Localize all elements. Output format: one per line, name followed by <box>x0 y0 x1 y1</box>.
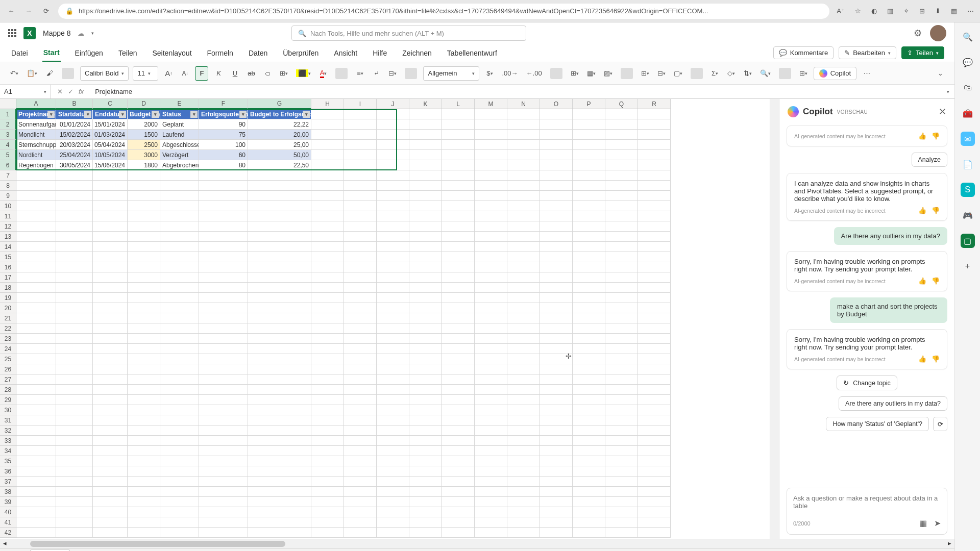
cell[interactable] <box>442 283 475 293</box>
cell[interactable] <box>160 477 199 487</box>
cell[interactable] <box>311 374 344 385</box>
cell[interactable] <box>93 517 128 528</box>
cell[interactable] <box>638 364 671 374</box>
cell[interactable] <box>344 160 377 170</box>
cell[interactable] <box>377 150 409 160</box>
cell[interactable] <box>605 425 638 436</box>
cell[interactable] <box>56 374 93 385</box>
cell[interactable] <box>377 262 409 272</box>
row-header[interactable]: 15 <box>0 252 16 262</box>
cell[interactable] <box>638 425 671 436</box>
cell[interactable] <box>16 497 56 507</box>
cell[interactable] <box>442 272 475 283</box>
cell[interactable]: Abgebrochen <box>160 160 199 170</box>
cell[interactable] <box>311 262 344 272</box>
tab-ueberpruefen[interactable]: Überprüfen <box>282 45 320 61</box>
cell[interactable] <box>507 344 540 354</box>
thumbs-down-icon[interactable]: 👎 <box>932 132 940 140</box>
reading-mode-icon[interactable]: A⁺ <box>837 7 845 15</box>
cell[interactable] <box>605 262 638 272</box>
cell[interactable] <box>475 170 507 181</box>
cell[interactable] <box>377 456 409 466</box>
cell[interactable] <box>540 405 573 415</box>
cell[interactable] <box>160 232 199 242</box>
table-header[interactable]: Budget to Erfolgsquote▾ <box>248 109 311 119</box>
cell[interactable] <box>199 466 248 477</box>
title-caret-icon[interactable]: ▾ <box>91 31 94 36</box>
edge-games-icon[interactable]: 🎮 <box>961 208 975 222</box>
cell[interactable] <box>638 354 671 364</box>
cell[interactable] <box>573 425 605 436</box>
cell[interactable] <box>16 211 56 221</box>
cell[interactable] <box>56 487 93 497</box>
cell[interactable] <box>605 150 638 160</box>
cell[interactable] <box>128 242 160 252</box>
cell[interactable] <box>377 425 409 436</box>
cell[interactable] <box>93 385 128 395</box>
cell[interactable] <box>573 150 605 160</box>
cell[interactable] <box>573 487 605 497</box>
cell[interactable] <box>638 415 671 425</box>
cell[interactable] <box>248 405 311 415</box>
cell[interactable] <box>507 150 540 160</box>
cell[interactable] <box>16 395 56 405</box>
cell[interactable] <box>605 344 638 354</box>
cell[interactable] <box>311 344 344 354</box>
cell[interactable] <box>638 293 671 303</box>
cell[interactable] <box>56 415 93 425</box>
row-header[interactable]: 32 <box>0 425 16 436</box>
cell[interactable] <box>409 170 442 181</box>
cell[interactable] <box>540 130 573 140</box>
cell[interactable] <box>540 283 573 293</box>
cell[interactable] <box>638 160 671 170</box>
cell[interactable] <box>311 170 344 181</box>
col-header[interactable]: N <box>507 99 540 109</box>
cell[interactable] <box>507 466 540 477</box>
cell[interactable] <box>409 232 442 242</box>
cell[interactable] <box>605 395 638 405</box>
cell[interactable] <box>638 405 671 415</box>
cell[interactable] <box>442 528 475 538</box>
cell[interactable] <box>442 313 475 323</box>
cell[interactable] <box>56 191 93 201</box>
cell[interactable] <box>475 130 507 140</box>
cell[interactable] <box>605 221 638 232</box>
cell[interactable] <box>128 446 160 456</box>
row-header[interactable]: 26 <box>0 364 16 374</box>
row-header[interactable]: 38 <box>0 487 16 497</box>
cell[interactable] <box>409 385 442 395</box>
cell[interactable] <box>540 181 573 191</box>
cell[interactable] <box>93 283 128 293</box>
cell[interactable] <box>160 528 199 538</box>
cell[interactable] <box>311 119 344 130</box>
thumbs-down-icon[interactable]: 👎 <box>932 207 940 214</box>
cell[interactable] <box>16 446 56 456</box>
cell[interactable] <box>605 242 638 252</box>
cell[interactable] <box>16 487 56 497</box>
cell[interactable] <box>56 283 93 293</box>
cell[interactable] <box>344 344 377 354</box>
cell[interactable] <box>605 119 638 130</box>
copilot-button[interactable]: Copilot <box>814 67 856 80</box>
cell[interactable] <box>409 436 442 446</box>
grow-font-icon[interactable]: A↑ <box>162 66 175 81</box>
cell[interactable] <box>409 497 442 507</box>
row-header[interactable]: 16 <box>0 262 16 272</box>
cell[interactable] <box>344 405 377 415</box>
cell[interactable] <box>248 385 311 395</box>
cell[interactable] <box>248 252 311 262</box>
cell[interactable]: 50,00 <box>248 150 311 160</box>
cell[interactable] <box>475 364 507 374</box>
cell[interactable] <box>638 303 671 313</box>
row-header[interactable]: 37 <box>0 477 16 487</box>
cell[interactable] <box>248 425 311 436</box>
cell[interactable] <box>475 425 507 436</box>
cell[interactable] <box>540 456 573 466</box>
col-header[interactable]: K <box>409 99 442 109</box>
col-header[interactable]: C <box>93 99 128 109</box>
cell[interactable] <box>540 201 573 211</box>
row-header[interactable]: 34 <box>0 446 16 456</box>
edge-office-icon[interactable]: ▢ <box>961 234 975 248</box>
row-header[interactable]: 2 <box>0 119 16 130</box>
cell[interactable] <box>475 507 507 517</box>
